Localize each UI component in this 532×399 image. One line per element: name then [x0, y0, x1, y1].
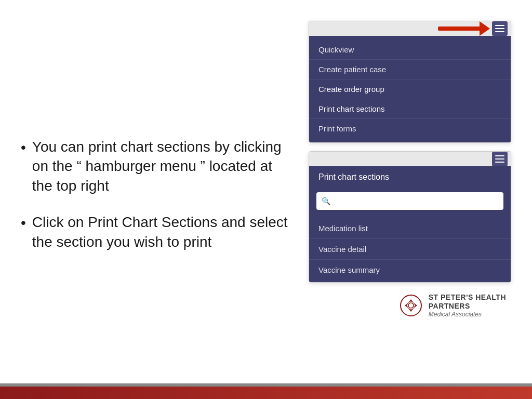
- right-panel: Quickview Create patient case Create ord…: [309, 16, 511, 373]
- svg-point-0: [401, 295, 421, 316]
- menu-item-create-order[interactable]: Create order group: [309, 79, 511, 99]
- menu-item-print-forms[interactable]: Print forms: [309, 119, 511, 138]
- bullet-text-2: Click on Print Chart Sections and select…: [32, 212, 288, 252]
- hamburger-line-5: [495, 158, 504, 159]
- hamburger-button[interactable]: [492, 21, 508, 36]
- menu-list: Quickview Create patient case Create ord…: [309, 36, 511, 142]
- menu-item-create-patient[interactable]: Create patient case: [309, 60, 511, 79]
- logo-text: St Peter's Health Partners Medical Assoc…: [429, 293, 506, 318]
- search-bar-container: 🔍: [309, 188, 511, 216]
- main-content: • You can print chart sections by clicki…: [0, 0, 532, 383]
- menu-item-quickview[interactable]: Quickview: [309, 40, 511, 60]
- bullet-dot-1: •: [21, 138, 26, 157]
- screenshot-bottom: Print chart sections 🔍 Medication list V…: [309, 151, 511, 283]
- screenshot-bottom-header: [309, 152, 511, 166]
- svg-point-1: [408, 303, 414, 308]
- section-header: Print chart sections: [309, 166, 511, 188]
- hamburger-line-2: [495, 28, 504, 29]
- red-arrow: [438, 21, 490, 36]
- left-panel: • You can print chart sections by clicki…: [21, 16, 293, 373]
- menu-item-print-chart[interactable]: Print chart sections: [309, 99, 511, 119]
- bullet-dot-2: •: [21, 214, 26, 232]
- search-bar[interactable]: 🔍: [316, 192, 503, 210]
- bullet-text-1: You can print chart sections by clicking…: [32, 137, 288, 196]
- logo-area: St Peter's Health Partners Medical Assoc…: [309, 293, 511, 318]
- logo-name-line1: St Peter's Health: [429, 293, 506, 302]
- section-list: Medication list Vaccine detail Vaccine s…: [309, 216, 511, 282]
- section-item-vaccine-detail[interactable]: Vaccine detail: [309, 239, 511, 260]
- section-item-medication[interactable]: Medication list: [309, 218, 511, 239]
- hamburger-button-2[interactable]: [492, 152, 508, 166]
- logo-icon: [400, 294, 422, 317]
- hamburger-line-3: [495, 31, 504, 32]
- arrow-head: [480, 21, 490, 36]
- bullet-item-1: • You can print chart sections by clicki…: [21, 137, 288, 196]
- hamburger-line-1: [495, 25, 504, 26]
- search-icon: 🔍: [322, 197, 330, 205]
- arrow-body: [438, 26, 480, 31]
- hamburger-line-6: [495, 162, 504, 163]
- logo-name-line2: Partners: [429, 302, 506, 311]
- hamburger-line-4: [495, 155, 504, 156]
- screenshot-top: Quickview Create patient case Create ord…: [309, 21, 511, 143]
- bullet-item-2: • Click on Print Chart Sections and sele…: [21, 212, 288, 252]
- footer-bar: [0, 387, 532, 399]
- logo-subtitle: Medical Associates: [429, 311, 506, 318]
- section-item-vaccine-summary[interactable]: Vaccine summary: [309, 260, 511, 280]
- screenshot-top-header: [309, 21, 511, 36]
